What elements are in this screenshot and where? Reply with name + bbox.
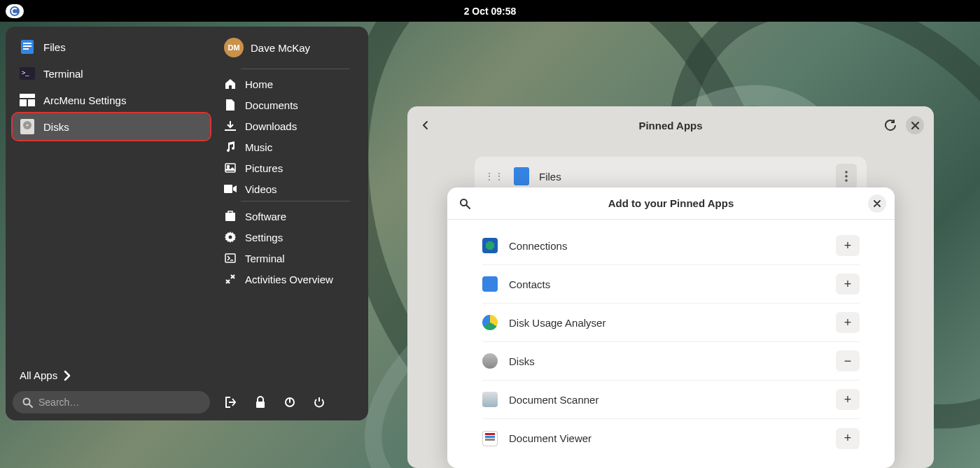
svg-rect-21 — [256, 402, 265, 408]
user-name: Dave McKay — [251, 42, 310, 54]
dir-label: Music — [245, 141, 272, 153]
dir-item-videos[interactable]: Videos — [221, 178, 357, 199]
videos-icon — [224, 183, 237, 195]
disk-usage-icon — [482, 315, 498, 330]
row-menu-button[interactable] — [836, 164, 857, 189]
sys-label: Terminal — [245, 253, 285, 264]
add-pinned-dialog: Add to your Pinned Apps Connections + Co… — [447, 187, 895, 468]
app-label: Disks — [509, 355, 825, 367]
dir-label: Pictures — [245, 162, 283, 174]
terminal-icon: >_ — [20, 66, 35, 81]
svg-rect-14 — [225, 129, 236, 131]
search-icon — [22, 397, 33, 408]
remove-button[interactable]: − — [836, 350, 860, 371]
all-apps-button[interactable]: All Apps — [13, 362, 210, 388]
app-row-contacts: Contacts + — [482, 265, 860, 304]
dir-item-home[interactable]: Home — [221, 73, 357, 94]
activities-button[interactable] — [6, 4, 24, 18]
svg-rect-7 — [20, 99, 27, 106]
svg-point-23 — [845, 171, 848, 173]
activities-icon — [224, 273, 237, 285]
connections-icon — [482, 238, 498, 253]
sys-item-software[interactable]: Software — [221, 206, 357, 227]
svg-rect-1 — [23, 43, 31, 44]
dir-item-documents[interactable]: Documents — [221, 94, 357, 115]
svg-line-13 — [29, 404, 32, 407]
sys-item-activities[interactable]: Activities Overview — [221, 269, 357, 290]
app-label: Contacts — [509, 278, 825, 290]
top-bar: 2 Oct 09:58 — [0, 0, 980, 22]
svg-point-19 — [229, 236, 232, 239]
downloads-icon — [224, 120, 237, 132]
dialog-body[interactable]: Connections + Contacts + Disk Usage Anal… — [447, 220, 895, 468]
pinned-label: Files — [43, 41, 66, 53]
power-button[interactable] — [312, 395, 326, 409]
document-scanner-icon — [482, 392, 498, 407]
add-button[interactable]: + — [836, 312, 860, 333]
power-row — [221, 387, 357, 413]
app-row-document-scanner: Document Scanner + — [482, 381, 860, 419]
arcmenu-settings-icon — [20, 92, 35, 108]
chevron-right-icon — [62, 370, 73, 381]
close-button[interactable] — [906, 116, 924, 134]
dir-item-music[interactable]: Music — [221, 136, 357, 157]
app-label: Connections — [509, 240, 825, 252]
add-button[interactable]: + — [836, 274, 860, 295]
fedora-logo-icon — [10, 6, 20, 16]
refresh-button[interactable] — [882, 117, 899, 134]
user-row[interactable]: DM Dave McKay — [221, 34, 357, 67]
app-row-disks: Disks − — [482, 342, 860, 381]
sys-item-terminal[interactable]: Terminal — [221, 248, 357, 269]
app-row-document-viewer: Document Viewer + — [482, 419, 860, 458]
arcmenu-left-column: Files >_ Terminal ArcMenu Settings Disks… — [6, 27, 217, 420]
dir-item-downloads[interactable]: Downloads — [221, 115, 357, 136]
pinned-item-files[interactable]: Files — [13, 34, 210, 60]
sys-item-settings[interactable]: Settings — [221, 227, 357, 248]
files-icon — [514, 167, 529, 185]
back-button[interactable] — [417, 117, 434, 134]
pinned-label: Terminal — [43, 68, 83, 80]
document-viewer-icon — [482, 431, 498, 446]
logout-button[interactable] — [224, 395, 238, 409]
pinned-item-arcmenu-settings[interactable]: ArcMenu Settings — [13, 87, 210, 113]
search-button[interactable] — [457, 196, 472, 211]
svg-line-27 — [467, 205, 470, 208]
lock-button[interactable] — [253, 395, 267, 409]
sys-label: Activities Overview — [245, 274, 333, 285]
add-button[interactable]: + — [836, 428, 860, 449]
search-box[interactable] — [13, 391, 210, 413]
add-button[interactable]: + — [836, 235, 860, 256]
pinned-label: ArcMenu Settings — [43, 94, 126, 106]
svg-rect-15 — [225, 164, 235, 172]
app-label: Document Scanner — [509, 394, 825, 406]
svg-point-26 — [461, 199, 467, 206]
dialog-close-button[interactable] — [868, 194, 886, 213]
add-button[interactable]: + — [836, 389, 860, 410]
all-apps-label: All Apps — [20, 369, 57, 381]
search-input[interactable] — [38, 397, 200, 408]
pictures-icon — [224, 162, 237, 174]
pinned-apps-title: Pinned Apps — [638, 120, 702, 132]
pinned-item-terminal[interactable]: >_ Terminal — [13, 60, 210, 87]
app-label: Disk Usage Analyser — [509, 317, 825, 329]
svg-point-25 — [845, 179, 848, 182]
pinned-label: Disks — [43, 121, 69, 133]
arcmenu-panel: Files >_ Terminal ArcMenu Settings Disks… — [6, 27, 368, 420]
files-icon — [20, 39, 35, 55]
restart-button[interactable] — [283, 395, 297, 409]
clock[interactable]: 2 Oct 09:58 — [464, 6, 517, 17]
sys-label: Software — [245, 211, 286, 222]
svg-point-24 — [845, 175, 848, 178]
pinned-apps-header: Pinned Apps — [407, 106, 934, 144]
separator — [241, 201, 350, 201]
dialog-header: Add to your Pinned Apps — [447, 187, 895, 220]
dir-item-pictures[interactable]: Pictures — [221, 157, 357, 178]
app-row-disk-usage: Disk Usage Analyser + — [482, 304, 860, 342]
software-icon — [224, 210, 237, 222]
svg-rect-3 — [23, 48, 29, 50]
pinned-item-disks[interactable]: Disks — [13, 113, 210, 140]
disks-icon — [482, 353, 498, 369]
drag-handle-icon[interactable]: ⋮⋮ — [484, 171, 504, 182]
disks-icon — [20, 119, 35, 134]
dialog-title: Add to your Pinned Apps — [608, 197, 734, 209]
